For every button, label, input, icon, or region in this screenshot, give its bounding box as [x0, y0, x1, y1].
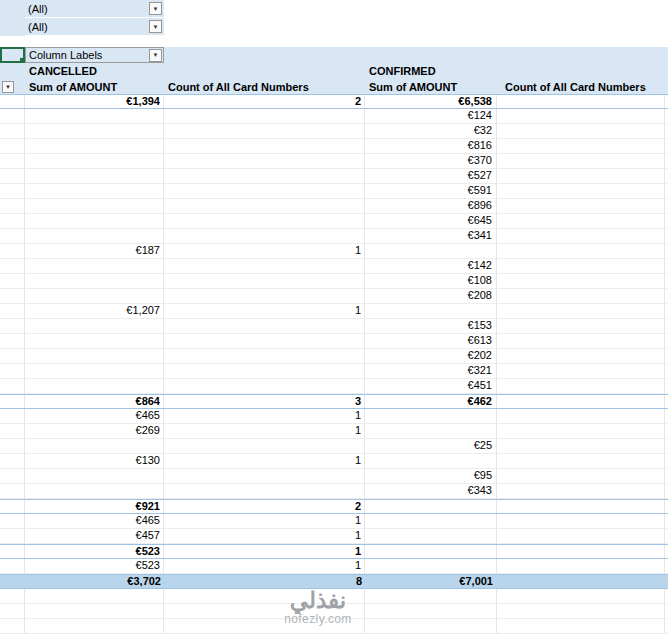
row-header-cell[interactable]	[0, 109, 25, 123]
cell-confirmed-count[interactable]	[497, 514, 665, 528]
cell-confirmed-sum[interactable]: €95	[365, 469, 497, 483]
cell-confirmed-sum[interactable]	[365, 529, 497, 543]
cell-cancelled-sum[interactable]	[25, 484, 164, 498]
cell-confirmed-sum[interactable]	[365, 619, 497, 633]
row-header-cell[interactable]	[0, 139, 25, 153]
filter-dropdown-icon[interactable]: ▼	[149, 20, 162, 33]
cell-cancelled-count[interactable]	[164, 214, 365, 228]
cell-cancelled-sum[interactable]: €3,702	[25, 575, 164, 588]
cell-confirmed-sum[interactable]: €462	[365, 395, 497, 408]
cell-cancelled-count[interactable]	[164, 439, 365, 453]
row-header-cell[interactable]	[0, 500, 25, 513]
cell-cancelled-count[interactable]: 1	[164, 514, 365, 528]
group-header-confirmed[interactable]: CONFIRMED	[365, 63, 497, 79]
row-header-cell[interactable]	[0, 469, 25, 483]
row-header-cell[interactable]	[0, 199, 25, 213]
cell-confirmed-count[interactable]	[497, 244, 665, 258]
cell-confirmed-sum[interactable]	[365, 545, 497, 558]
row-header-cell[interactable]	[0, 319, 25, 333]
cell-cancelled-count[interactable]	[164, 604, 365, 618]
cell-cancelled-sum[interactable]	[25, 169, 164, 183]
cell-confirmed-sum[interactable]: €153	[365, 319, 497, 333]
cell-confirmed-sum[interactable]: €591	[365, 184, 497, 198]
selected-cell[interactable]	[0, 47, 25, 63]
cell-confirmed-count[interactable]	[497, 619, 665, 633]
cell-confirmed-sum[interactable]	[365, 454, 497, 468]
cell-confirmed-sum[interactable]	[365, 589, 497, 603]
row-header-cell[interactable]	[0, 334, 25, 348]
row-header-cell[interactable]	[0, 529, 25, 543]
cell-cancelled-sum[interactable]: €457	[25, 529, 164, 543]
cell-cancelled-sum[interactable]	[25, 364, 164, 378]
cell-confirmed-count[interactable]	[497, 124, 665, 138]
row-header-cell[interactable]	[0, 424, 25, 438]
row-header-cell[interactable]	[0, 244, 25, 258]
cell-cancelled-sum[interactable]	[25, 274, 164, 288]
cell-confirmed-sum[interactable]: €32	[365, 124, 497, 138]
cell-confirmed-count[interactable]	[497, 589, 665, 603]
cell-cancelled-count[interactable]: 8	[164, 575, 365, 588]
cell-confirmed-count[interactable]	[497, 559, 665, 573]
cell-cancelled-count[interactable]: 3	[164, 395, 365, 408]
cell-cancelled-sum[interactable]	[25, 319, 164, 333]
cell-confirmed-count[interactable]	[497, 379, 665, 393]
cell-confirmed-sum[interactable]: €142	[365, 259, 497, 273]
cell-cancelled-sum[interactable]	[25, 619, 164, 633]
cell-confirmed-count[interactable]	[497, 95, 665, 108]
cell-cancelled-sum[interactable]	[25, 139, 164, 153]
cell-confirmed-count[interactable]	[497, 229, 665, 243]
cell-cancelled-count[interactable]	[164, 139, 365, 153]
row-header-cell[interactable]	[0, 395, 25, 408]
cell-cancelled-count[interactable]: 2	[164, 500, 365, 513]
cell-cancelled-count[interactable]	[164, 349, 365, 363]
cell-confirmed-sum[interactable]	[365, 500, 497, 513]
cell-confirmed-count[interactable]	[497, 454, 665, 468]
filter-dropdown-icon[interactable]: ▼	[149, 2, 162, 15]
row-header-cell[interactable]	[0, 364, 25, 378]
column-labels-dropdown-icon[interactable]: ▼	[149, 49, 162, 62]
cell-cancelled-sum[interactable]: €187	[25, 244, 164, 258]
cell-confirmed-count[interactable]	[497, 395, 665, 408]
cell-confirmed-sum[interactable]: €370	[365, 154, 497, 168]
group-header-cancelled[interactable]: CANCELLED	[25, 63, 164, 79]
cell-cancelled-count[interactable]	[164, 469, 365, 483]
row-header-cell[interactable]	[0, 169, 25, 183]
cell-confirmed-sum[interactable]: €25	[365, 439, 497, 453]
cell-cancelled-count[interactable]	[164, 334, 365, 348]
cell-cancelled-sum[interactable]: €864	[25, 395, 164, 408]
row-header-cell[interactable]	[0, 379, 25, 393]
row-header-cell[interactable]	[0, 124, 25, 138]
cell-cancelled-count[interactable]	[164, 274, 365, 288]
row-header-cell[interactable]	[0, 289, 25, 303]
row-header-cell[interactable]	[0, 439, 25, 453]
cell-cancelled-sum[interactable]: €523	[25, 545, 164, 558]
cell-cancelled-sum[interactable]	[25, 589, 164, 603]
cell-confirmed-count[interactable]	[497, 154, 665, 168]
cell-cancelled-count[interactable]	[164, 364, 365, 378]
row-header-cell[interactable]	[0, 575, 25, 588]
header-cancelled-count[interactable]: Count of All Card Numbers	[164, 79, 365, 94]
row-header-cell[interactable]	[0, 349, 25, 363]
cell-confirmed-sum[interactable]: €202	[365, 349, 497, 363]
cell-cancelled-count[interactable]: 1	[164, 409, 365, 423]
cell-confirmed-sum[interactable]: €321	[365, 364, 497, 378]
cell-cancelled-count[interactable]	[164, 109, 365, 123]
cell-confirmed-sum[interactable]: €6,538	[365, 95, 497, 108]
cell-confirmed-sum[interactable]: €645	[365, 214, 497, 228]
row-header-cell[interactable]	[0, 184, 25, 198]
cell-cancelled-sum[interactable]	[25, 469, 164, 483]
cell-confirmed-count[interactable]	[497, 529, 665, 543]
cell-confirmed-count[interactable]	[497, 575, 665, 588]
cell-confirmed-count[interactable]	[497, 349, 665, 363]
cell-confirmed-count[interactable]	[497, 259, 665, 273]
row-header-cell[interactable]	[0, 229, 25, 243]
cell-confirmed-count[interactable]	[497, 304, 665, 318]
cell-confirmed-count[interactable]	[497, 169, 665, 183]
cell-cancelled-count[interactable]: 1	[164, 559, 365, 573]
cell-confirmed-count[interactable]	[497, 139, 665, 153]
row-header-cell[interactable]	[0, 214, 25, 228]
cell-confirmed-count[interactable]	[497, 409, 665, 423]
cell-confirmed-count[interactable]	[497, 289, 665, 303]
cell-cancelled-sum[interactable]: €465	[25, 514, 164, 528]
cell-confirmed-count[interactable]	[497, 274, 665, 288]
